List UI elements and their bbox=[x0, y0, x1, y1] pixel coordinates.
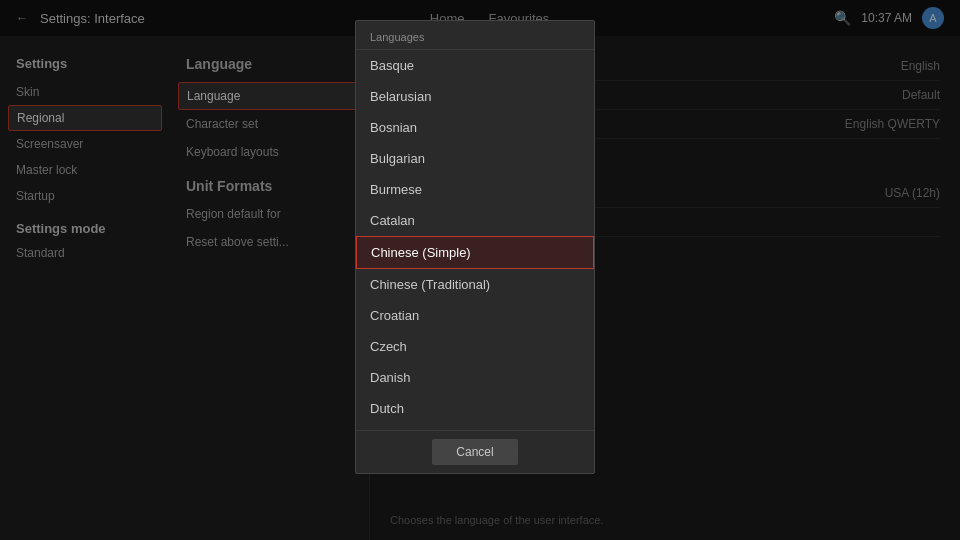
lang-item[interactable]: Belarusian bbox=[356, 81, 594, 112]
language-popup: Languages BasqueBelarusianBosnianBulgari… bbox=[355, 20, 595, 474]
lang-item[interactable]: Danish bbox=[356, 362, 594, 393]
lang-item[interactable]: Bosnian bbox=[356, 112, 594, 143]
lang-popup-header: Languages bbox=[356, 21, 594, 50]
lang-item[interactable]: Basque bbox=[356, 50, 594, 81]
lang-item[interactable]: Catalan bbox=[356, 205, 594, 236]
lang-list[interactable]: BasqueBelarusianBosnianBulgarianBurmeseC… bbox=[356, 50, 594, 430]
lang-item[interactable]: Chinese (Simple) bbox=[356, 236, 594, 269]
lang-popup-footer: Cancel bbox=[356, 430, 594, 473]
lang-item[interactable]: Dutch bbox=[356, 393, 594, 424]
lang-item[interactable]: Chinese (Traditional) bbox=[356, 269, 594, 300]
lang-item[interactable]: Burmese bbox=[356, 174, 594, 205]
lang-item[interactable]: Czech bbox=[356, 331, 594, 362]
lang-item[interactable]: Bulgarian bbox=[356, 143, 594, 174]
lang-item[interactable]: Croatian bbox=[356, 300, 594, 331]
cancel-button[interactable]: Cancel bbox=[432, 439, 517, 465]
